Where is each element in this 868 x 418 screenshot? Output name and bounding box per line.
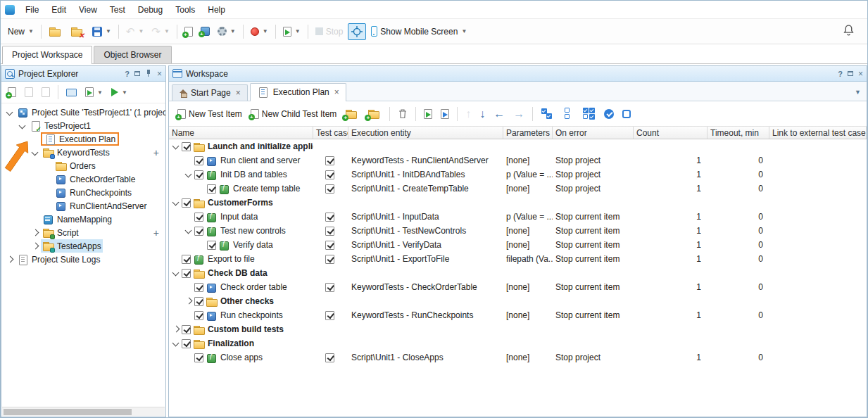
new-group-button[interactable]: + <box>342 106 362 121</box>
collapse-icon[interactable] <box>170 338 182 349</box>
test-item-row[interactable]: Check order tableKeywordTests - CheckOrd… <box>169 280 867 294</box>
enabled-checkbox[interactable] <box>182 269 191 278</box>
enabled-checkbox[interactable] <box>194 297 203 306</box>
tree-item-namemapping[interactable]: NameMapping <box>1 213 165 226</box>
close-project-button[interactable]: ✕ <box>68 24 87 39</box>
tree-item-testedapps[interactable]: TestedApps <box>1 239 165 253</box>
duplicate-item-button[interactable] <box>39 85 53 99</box>
delete-button[interactable] <box>395 106 410 121</box>
help-icon[interactable]: ? <box>838 70 843 78</box>
enabled-checkbox[interactable] <box>194 156 203 165</box>
new-child-group-button[interactable]: + <box>365 106 384 121</box>
tree-item-project-suite-testproject1-1-project[interactable]: Project Suite 'TestProject1' (1 project) <box>1 106 165 119</box>
enabled-checkbox[interactable] <box>182 142 191 151</box>
group-row[interactable]: Other checks <box>169 294 867 308</box>
unmark-test-case-button[interactable] <box>619 108 634 120</box>
new-file-button[interactable] <box>22 85 36 99</box>
test-item-row[interactable]: Test new controlsScript\Unit1 - TestNewC… <box>169 224 867 238</box>
menu-file[interactable]: File <box>19 1 45 18</box>
collapse-icon[interactable] <box>183 225 194 236</box>
enabled-checkbox[interactable] <box>194 283 203 292</box>
tree-item-runcheckpoints[interactable]: RunCheckpoints <box>1 186 165 199</box>
tree-item-runclientandserver[interactable]: RunClientAndServer <box>1 199 165 213</box>
test-item-row[interactable]: Export to fileScript\Unit1 - ExportToFil… <box>169 252 867 266</box>
group-row[interactable]: Launch and initialize application <box>169 139 867 153</box>
stop-button[interactable]: Stop <box>313 25 346 39</box>
test-case-checkbox[interactable] <box>325 170 334 179</box>
test-item-row[interactable]: Input dataScript\Unit1 - InputDatap (Val… <box>169 210 867 224</box>
enabled-checkbox[interactable] <box>182 325 191 334</box>
collapse-icon[interactable] <box>183 169 194 180</box>
test-case-checkbox[interactable] <box>325 213 334 222</box>
new-child-test-item-button[interactable]: +New Child Test Item <box>248 107 339 121</box>
tab-list-dropdown-icon[interactable]: ▼ <box>855 89 861 96</box>
show-mobile-screen-button[interactable]: Show Mobile Screen▼ <box>368 24 470 39</box>
group-row[interactable]: Custom build tests <box>169 322 867 336</box>
test-visualizer-toggle[interactable] <box>348 23 366 40</box>
test-item-row[interactable]: Run client and serverKeywordTests - RunC… <box>169 153 867 167</box>
test-case-checkbox[interactable] <box>325 311 334 320</box>
close-tab-icon[interactable]: × <box>236 89 241 96</box>
test-item-row[interactable]: Close appsScript\Unit1 - CloseApps[none]… <box>169 350 867 365</box>
enabled-checkbox[interactable] <box>182 255 191 264</box>
tree-item-testproject1[interactable]: TestProject1 <box>1 119 165 132</box>
collapse-icon[interactable] <box>17 120 28 132</box>
enabled-checkbox[interactable] <box>194 227 203 236</box>
tab-start-page[interactable]: Start Page × <box>172 84 248 101</box>
test-case-checkbox[interactable] <box>325 353 334 362</box>
enabled-checkbox[interactable] <box>182 339 191 348</box>
check-all-items-button[interactable] <box>538 106 556 122</box>
help-icon[interactable]: ? <box>125 70 130 78</box>
menu-debug[interactable]: Debug <box>132 1 169 18</box>
float-panel-icon[interactable] <box>848 71 853 76</box>
move-left-button[interactable]: ← <box>491 106 508 122</box>
column-header-count[interactable]: Count <box>634 127 707 139</box>
options-button[interactable]: ▼ <box>215 25 239 38</box>
run-project-button[interactable]: ▼ <box>82 85 106 99</box>
chevron-down-icon[interactable]: ▼ <box>295 28 301 34</box>
chevron-down-icon[interactable]: ▼ <box>28 28 34 34</box>
tree-item-checkordertable[interactable]: CheckOrderTable <box>1 172 165 186</box>
collapse-icon[interactable] <box>170 141 182 152</box>
save-all-button[interactable]: ▼ <box>89 25 114 39</box>
notifications-button[interactable] <box>843 24 855 39</box>
menu-test[interactable]: Test <box>103 1 132 18</box>
group-row[interactable]: CustomerForms <box>169 196 867 210</box>
test-item-row[interactable]: Run checkpointsKeywordTests - RunCheckpo… <box>169 308 867 322</box>
column-header-name[interactable]: Name <box>169 127 313 139</box>
test-case-checkbox[interactable] <box>325 184 334 194</box>
pin-icon[interactable] <box>145 70 152 77</box>
menu-view[interactable]: View <box>73 1 103 18</box>
new-test-item-button[interactable]: +New Test Item <box>175 107 245 121</box>
test-case-checkbox[interactable] <box>325 241 334 250</box>
tab-object-browser[interactable]: Object Browser <box>94 46 171 63</box>
tree-item-project-suite-logs[interactable]: Project Suite Logs <box>1 253 165 266</box>
column-header-timeout-min[interactable]: Timeout, min <box>707 127 769 139</box>
chevron-down-icon[interactable]: ▼ <box>230 28 236 34</box>
test-case-checkbox[interactable] <box>325 227 334 236</box>
chevron-down-icon[interactable]: ▼ <box>122 89 127 96</box>
float-panel-icon[interactable] <box>134 71 140 76</box>
close-panel-icon[interactable]: × <box>157 70 162 77</box>
enabled-checkbox[interactable] <box>194 170 203 179</box>
enabled-checkbox[interactable] <box>182 198 191 208</box>
enabled-checkbox[interactable] <box>194 353 203 362</box>
chevron-down-icon[interactable]: ▼ <box>106 28 111 34</box>
test-item-row[interactable]: Init DB and tablesScript\Unit1 - InitDBA… <box>169 167 867 182</box>
test-item-row[interactable]: Verify dataScript\Unit1 - VerifyData[non… <box>169 238 867 252</box>
expand-icon[interactable] <box>170 324 182 335</box>
record-button[interactable]: ▼ <box>248 25 271 38</box>
horizontal-scrollbar[interactable] <box>2 407 165 416</box>
redo-button[interactable]: ↷▼ <box>149 25 172 39</box>
move-down-button[interactable]: ↓ <box>477 106 488 122</box>
test-item-row[interactable]: Create temp tableScript\Unit1 - CreateTe… <box>169 182 867 196</box>
collapse-icon[interactable] <box>4 107 15 118</box>
collapse-icon[interactable] <box>30 147 41 158</box>
menu-tools[interactable]: Tools <box>169 1 201 18</box>
add-existing-item-button[interactable]: + <box>198 25 213 38</box>
tab-project-workspace[interactable]: Project Workspace <box>2 46 92 64</box>
group-row[interactable]: Check DB data <box>169 266 867 280</box>
run-selected-items-button[interactable] <box>438 107 452 121</box>
move-up-button[interactable]: ↑ <box>463 106 474 122</box>
chevron-down-icon[interactable]: ▼ <box>263 28 268 34</box>
